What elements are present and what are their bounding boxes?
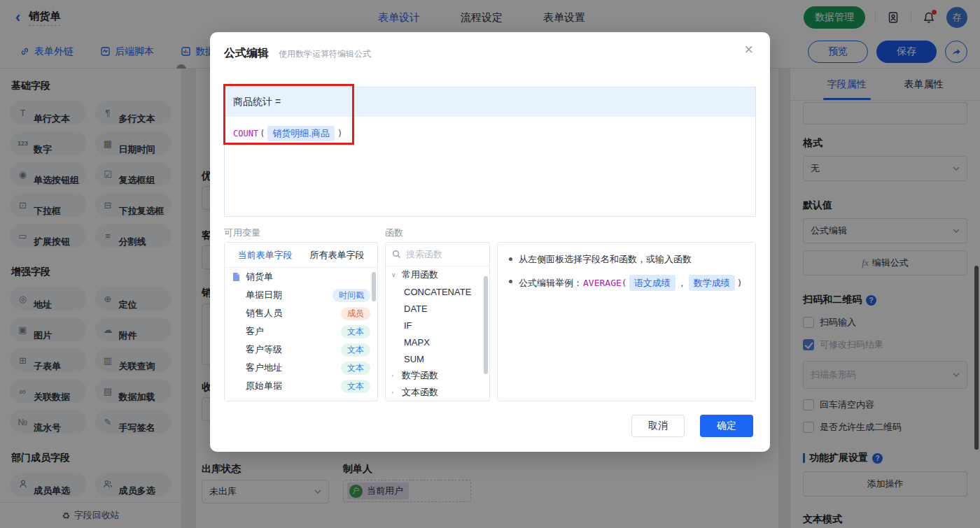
- function-item[interactable]: IF: [386, 317, 489, 334]
- type-badge: 文本: [341, 343, 370, 357]
- caret-down-icon: ∨: [391, 271, 398, 278]
- function-group-text[interactable]: › 文本函数: [386, 384, 489, 401]
- function-group-math[interactable]: › 数学函数: [386, 367, 489, 384]
- formula-editor[interactable]: 商品统计 = COUNT ( 销货明细.商品 ): [224, 87, 756, 217]
- variable-row[interactable]: 销售人员成员: [225, 304, 377, 322]
- function-item[interactable]: MAPX: [386, 334, 489, 350]
- example-function-token: AVERAGE(: [583, 276, 627, 290]
- function-group-common[interactable]: ∨ 常用函数: [386, 266, 489, 283]
- search-icon: [392, 250, 401, 259]
- type-badge: 时间戳: [332, 289, 370, 302]
- paren-close: ): [337, 129, 342, 138]
- caret-right-icon: ›: [391, 372, 398, 379]
- tab-all-form-fields[interactable]: 所有表单字段: [310, 249, 365, 262]
- variables-scrollbar-thumb[interactable]: [372, 272, 376, 301]
- confirm-button[interactable]: 确定: [700, 415, 753, 437]
- form-doc-icon: [232, 272, 241, 282]
- formula-target-row: 商品统计 =: [225, 87, 755, 117]
- type-badge: 文本: [341, 380, 370, 393]
- functions-panel: 搜索函数 ∨ 常用函数 CONCATENATE DATE IF MAPX SUM…: [385, 242, 490, 401]
- type-badge: 文本: [341, 325, 370, 338]
- variables-root-row[interactable]: 销货单: [225, 268, 377, 286]
- type-badge: 文本: [341, 362, 370, 375]
- variable-row[interactable]: 单据日期时间戳: [225, 286, 377, 304]
- function-item[interactable]: SUM: [386, 350, 489, 367]
- formula-field-chip[interactable]: 销货明细.商品: [267, 126, 335, 141]
- formula-function-token: COUNT: [233, 129, 258, 138]
- function-search[interactable]: 搜索函数: [386, 243, 489, 266]
- variables-panel: 当前表单字段 所有表单字段 销货单 单据日期时间戳 销售人员成员 客户文本 客户…: [224, 242, 378, 401]
- formula-target: 商品统计 =: [233, 96, 281, 108]
- variable-row[interactable]: 客户文本: [225, 322, 377, 341]
- variable-row[interactable]: 客户等级文本: [225, 341, 377, 359]
- bullet-icon: [509, 257, 512, 261]
- variable-row[interactable]: 原始单据文本: [225, 377, 377, 395]
- modal-header: 公式编辑 使用数学运算符编辑公式: [224, 46, 371, 61]
- variable-row[interactable]: 客户地址文本: [225, 359, 377, 377]
- tab-current-form-fields[interactable]: 当前表单字段: [238, 249, 293, 262]
- functions-label: 函数: [385, 227, 403, 239]
- example-field-chip: 数学成绩: [689, 275, 735, 292]
- variables-tabs: 当前表单字段 所有表单字段: [225, 243, 377, 268]
- caret-right-icon: ›: [391, 389, 398, 396]
- modal-footer: 取消 确定: [631, 415, 753, 437]
- bullet-icon: [509, 280, 512, 283]
- function-item[interactable]: DATE: [386, 300, 489, 317]
- cancel-button[interactable]: 取消: [631, 415, 685, 437]
- type-badge: 成员: [341, 307, 370, 320]
- help-line-2: 公式编辑举例： AVERAGE( 语文成绩 ， 数学成绩 ): [509, 275, 744, 292]
- paren-open: (: [260, 129, 265, 138]
- formula-edit-modal: 公式编辑 使用数学运算符编辑公式 × 商品统计 = COUNT ( 销货明细.商…: [210, 32, 770, 452]
- variables-label: 可用变量: [224, 227, 260, 239]
- help-panel: 从左侧面板选择字段名和函数，或输入函数 公式编辑举例： AVERAGE( 语文成…: [497, 242, 756, 401]
- close-icon[interactable]: ×: [744, 42, 753, 57]
- modal-title: 公式编辑: [224, 46, 269, 61]
- formula-expression-row: COUNT ( 销货明细.商品 ): [225, 117, 755, 150]
- example-field-chip: 语文成绩: [629, 275, 676, 292]
- functions-scrollbar-thumb[interactable]: [484, 276, 488, 374]
- variables-root-label: 销货单: [246, 271, 273, 283]
- help-line-1: 从左侧面板选择字段名和函数，或输入函数: [509, 252, 744, 266]
- function-search-placeholder: 搜索函数: [406, 248, 442, 261]
- function-item[interactable]: CONCATENATE: [386, 283, 489, 300]
- modal-subtitle: 使用数学运算符编辑公式: [279, 48, 371, 60]
